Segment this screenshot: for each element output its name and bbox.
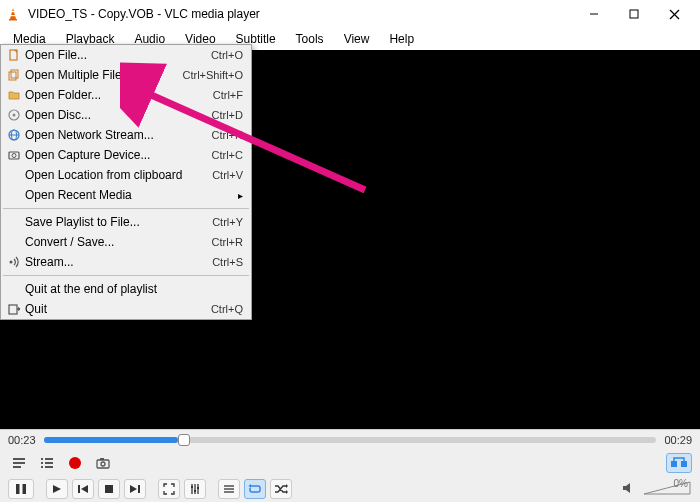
menu-item-label: Open Network Stream... <box>25 128 212 142</box>
menu-item-label: Open Folder... <box>25 88 213 102</box>
svg-rect-26 <box>13 462 25 464</box>
maximize-button[interactable] <box>614 0 654 28</box>
svg-point-18 <box>12 154 16 158</box>
menu-item[interactable]: Open Location from clipboardCtrl+V <box>1 165 251 185</box>
menu-item-shortcut: Ctrl+S <box>212 256 243 268</box>
menu-item-label: Stream... <box>25 255 212 269</box>
loop-ab-button[interactable] <box>666 453 692 473</box>
menu-item-label: Open Multiple Files... <box>25 68 182 82</box>
menu-item[interactable]: Open Disc...Ctrl+D <box>1 105 251 125</box>
play-button[interactable] <box>46 479 68 499</box>
snapshot-button[interactable] <box>92 453 114 473</box>
blank-icon <box>5 188 23 202</box>
menu-item[interactable]: Open File...Ctrl+O <box>1 45 251 65</box>
svg-marker-45 <box>130 485 137 493</box>
menu-item-label: Quit <box>25 302 211 316</box>
folder-icon <box>5 88 23 102</box>
playlist-toggle-button[interactable] <box>8 453 30 473</box>
menu-item[interactable]: Open Capture Device...Ctrl+C <box>1 145 251 165</box>
menu-item[interactable]: Quit at the end of playlist <box>1 279 251 299</box>
fullscreen-button[interactable] <box>158 479 180 499</box>
seek-bar[interactable] <box>44 437 657 443</box>
menu-item[interactable]: Save Playlist to File...Ctrl+Y <box>1 212 251 232</box>
vlc-cone-icon <box>6 6 22 22</box>
blank-icon <box>5 215 23 229</box>
svg-rect-51 <box>194 490 196 492</box>
show-playlist-button[interactable] <box>218 479 240 499</box>
menu-item[interactable]: Convert / Save...Ctrl+R <box>1 232 251 252</box>
svg-point-19 <box>10 261 13 264</box>
svg-rect-39 <box>16 484 20 494</box>
svg-rect-25 <box>13 458 25 460</box>
shuffle-button[interactable] <box>270 479 292 499</box>
svg-rect-36 <box>100 458 104 460</box>
record-button[interactable] <box>64 453 86 473</box>
menu-item-shortcut: Ctrl+F <box>213 89 243 101</box>
previous-button[interactable] <box>72 479 94 499</box>
svg-rect-5 <box>630 10 638 18</box>
menu-item-shortcut: Ctrl+V <box>212 169 243 181</box>
menu-item[interactable]: Open Recent Media▸ <box>1 185 251 205</box>
bottom-controls: 00:23 00:29 <box>0 429 700 502</box>
svg-rect-50 <box>191 486 193 488</box>
svg-rect-10 <box>9 72 16 80</box>
submenu-arrow-icon: ▸ <box>238 190 243 201</box>
menu-item-shortcut: Ctrl+Q <box>211 303 243 315</box>
svg-rect-37 <box>671 461 677 467</box>
volume-percent: 0% <box>674 478 688 489</box>
titlebar: VIDEO_TS - Copy.VOB - VLC media player <box>0 0 700 28</box>
window-controls <box>574 0 694 28</box>
menu-tools[interactable]: Tools <box>287 29 333 49</box>
menu-item-shortcut: Ctrl+O <box>211 49 243 61</box>
svg-rect-30 <box>41 462 43 464</box>
menu-item[interactable]: Stream...Ctrl+S <box>1 252 251 272</box>
playlist-view-button[interactable] <box>36 453 58 473</box>
menu-item-label: Open Disc... <box>25 108 212 122</box>
svg-marker-56 <box>249 484 252 488</box>
time-elapsed: 00:23 <box>8 434 36 446</box>
menu-item-shortcut: Ctrl+Y <box>212 216 243 228</box>
menu-item[interactable]: QuitCtrl+Q <box>1 299 251 319</box>
window-title: VIDEO_TS - Copy.VOB - VLC media player <box>28 7 574 21</box>
volume-slider[interactable]: 0% <box>642 480 692 498</box>
quit-icon <box>5 302 23 316</box>
next-button[interactable] <box>124 479 146 499</box>
menu-item[interactable]: Open Multiple Files...Ctrl+Shift+O <box>1 65 251 85</box>
svg-rect-42 <box>78 485 80 493</box>
time-total: 00:29 <box>664 434 692 446</box>
loop-button[interactable] <box>244 479 266 499</box>
menu-item-shortcut: Ctrl+Shift+O <box>182 69 243 81</box>
menu-item[interactable]: Open Network Stream...Ctrl+N <box>1 125 251 145</box>
menu-help[interactable]: Help <box>380 29 423 49</box>
svg-rect-27 <box>13 466 21 468</box>
pause-button[interactable] <box>8 479 34 499</box>
menu-item-label: Save Playlist to File... <box>25 215 212 229</box>
files-icon <box>5 68 23 82</box>
svg-rect-52 <box>197 487 199 489</box>
extended-settings-button[interactable] <box>184 479 206 499</box>
svg-rect-20 <box>9 305 17 314</box>
svg-marker-59 <box>623 483 630 493</box>
svg-rect-31 <box>45 462 53 464</box>
menu-item-shortcut: Ctrl+D <box>212 109 243 121</box>
minimize-button[interactable] <box>574 0 614 28</box>
disc-icon <box>5 108 23 122</box>
svg-point-35 <box>101 462 105 466</box>
stream-icon <box>5 255 23 269</box>
svg-marker-43 <box>81 485 88 493</box>
svg-rect-38 <box>681 461 687 467</box>
stop-button[interactable] <box>98 479 120 499</box>
svg-rect-40 <box>23 484 27 494</box>
svg-rect-32 <box>41 466 43 468</box>
menu-item-shortcut: Ctrl+N <box>212 129 243 141</box>
mute-icon[interactable] <box>622 482 636 497</box>
svg-rect-1 <box>9 19 17 21</box>
blank-icon <box>5 168 23 182</box>
menu-item[interactable]: Open Folder...Ctrl+F <box>1 85 251 105</box>
menu-item-label: Quit at the end of playlist <box>25 282 243 296</box>
menu-item-shortcut: Ctrl+C <box>212 149 243 161</box>
close-button[interactable] <box>654 0 694 28</box>
blank-icon <box>5 282 23 296</box>
menu-item-label: Open Capture Device... <box>25 148 212 162</box>
menu-view[interactable]: View <box>335 29 379 49</box>
